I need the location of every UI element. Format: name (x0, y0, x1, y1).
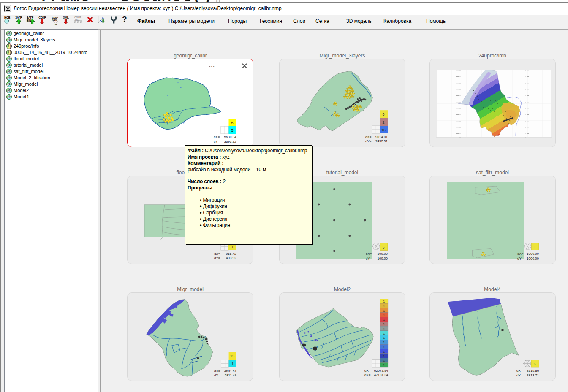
svg-text:6: 6 (383, 112, 385, 116)
svg-text:dY=: dY= (365, 139, 372, 143)
svg-text:62073.94: 62073.94 (374, 369, 389, 373)
svg-text:1: 1 (383, 318, 385, 322)
svg-text:100.00: 100.00 (378, 252, 388, 256)
svg-text:1: 1 (383, 300, 385, 303)
svg-text:dY=: dY= (364, 373, 371, 377)
svg-text:dX=: dX= (214, 252, 220, 256)
svg-text:9014.01: 9014.01 (375, 135, 388, 139)
svg-text:dY=: dY= (214, 140, 220, 143)
svg-text:966.42: 966.42 (226, 252, 236, 256)
svg-text:100.00: 100.00 (378, 257, 388, 260)
svg-text:1: 1 (383, 354, 385, 358)
svg-text:dY=: dY= (214, 373, 220, 377)
svg-text:1000.00: 1000.00 (527, 252, 539, 256)
svg-text:5: 5 (231, 121, 234, 125)
svg-text:1: 1 (383, 341, 385, 344)
svg-text:dY=: dY= (517, 257, 524, 260)
svg-text:dX=: dX= (364, 369, 371, 373)
svg-text:dX=: dX= (366, 252, 372, 256)
svg-text:47131.34: 47131.34 (374, 373, 389, 377)
svg-text:dX=: dX= (517, 252, 524, 256)
svg-text:5630.34: 5630.34 (224, 135, 236, 139)
svg-text:1: 1 (383, 363, 385, 367)
svg-text:dX=: dX= (214, 369, 220, 373)
svg-text:1: 1 (383, 359, 385, 362)
svg-text:1: 1 (383, 322, 385, 326)
svg-text:dX=: dX= (365, 135, 372, 139)
svg-text:1: 1 (383, 345, 385, 349)
svg-text:1: 1 (383, 327, 385, 331)
svg-text:15: 15 (230, 354, 234, 358)
svg-text:1: 1 (383, 332, 385, 335)
svg-text:1: 1 (383, 304, 385, 308)
svg-text:1: 1 (231, 245, 234, 249)
svg-text:4681.51: 4681.51 (224, 369, 236, 373)
svg-text:1000.00: 1000.00 (527, 257, 539, 260)
svg-text:1: 1 (383, 350, 385, 354)
svg-text:5: 5 (231, 128, 234, 132)
svg-text:3813.71: 3813.71 (527, 373, 539, 377)
svg-text:1: 1 (383, 313, 385, 317)
svg-text:5: 5 (533, 362, 535, 366)
svg-text:dY=: dY= (516, 373, 523, 377)
svg-text:1: 1 (383, 336, 385, 340)
svg-text:5: 5 (383, 245, 385, 249)
svg-text:dX=: dX= (516, 369, 523, 373)
svg-text:dY=: dY= (214, 256, 220, 260)
svg-text:7432.51: 7432.51 (375, 139, 388, 143)
svg-text:16: 16 (381, 128, 386, 132)
svg-text:3693.32: 3693.32 (224, 140, 236, 143)
svg-text:1: 1 (534, 245, 536, 249)
svg-text:1: 1 (231, 362, 234, 366)
svg-text:5811.49: 5811.49 (225, 373, 237, 377)
svg-text:1: 1 (383, 309, 385, 313)
svg-text:3310.86: 3310.86 (527, 369, 539, 373)
svg-text:dY=: dY= (366, 257, 372, 260)
svg-text:403.92: 403.92 (226, 256, 236, 260)
svg-text:2: 2 (383, 120, 385, 124)
svg-text:dX=: dX= (214, 135, 220, 139)
